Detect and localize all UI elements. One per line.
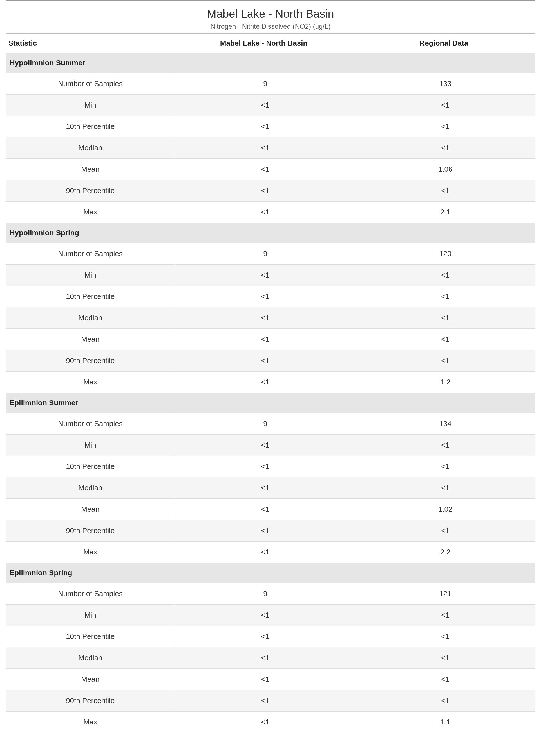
site-value: <1 [175, 159, 355, 180]
regional-value: <1 [355, 669, 535, 690]
stat-label: Max [6, 201, 175, 223]
page-subtitle: Nitrogen - Nitrite Dissolved (NO2) (ug/L… [6, 23, 535, 30]
table-header-row: Statistic Mabel Lake - North Basin Regio… [6, 34, 535, 53]
site-value: <1 [175, 95, 355, 116]
site-value: 9 [175, 243, 355, 264]
title-block: Mabel Lake - North Basin Nitrogen - Nitr… [6, 1, 535, 34]
site-value: <1 [175, 350, 355, 372]
col-header-regional: Regional Data [355, 34, 535, 53]
site-value: <1 [175, 456, 355, 477]
regional-value: <1 [355, 520, 535, 542]
table-row: Number of Samples9120 [6, 243, 535, 264]
section-title: Epilimnion Spring [6, 563, 535, 583]
site-value: 9 [175, 413, 355, 435]
stat-label: 90th Percentile [6, 690, 175, 711]
site-value: <1 [175, 201, 355, 223]
table-row: 10th Percentile<1<1 [6, 626, 535, 647]
site-value: <1 [175, 499, 355, 520]
table-row: Median<1<1 [6, 647, 535, 669]
table-row: 10th Percentile<1<1 [6, 456, 535, 477]
site-value: 9 [175, 73, 355, 95]
stat-label: Number of Samples [6, 73, 175, 95]
regional-value: <1 [355, 647, 535, 669]
site-value: <1 [175, 604, 355, 626]
regional-value: <1 [355, 690, 535, 711]
regional-value: <1 [355, 180, 535, 201]
site-value: <1 [175, 180, 355, 201]
regional-value: <1 [355, 477, 535, 499]
table-row: 90th Percentile<1<1 [6, 350, 535, 372]
regional-value: 1.06 [355, 159, 535, 180]
site-value: <1 [175, 137, 355, 159]
regional-value: <1 [355, 137, 535, 159]
table-row: Min<1<1 [6, 604, 535, 626]
regional-value: <1 [355, 286, 535, 307]
table-row: 90th Percentile<1<1 [6, 520, 535, 542]
stat-label: Min [6, 95, 175, 116]
table-row: Max<11.2 [6, 372, 535, 393]
stat-label: Median [6, 647, 175, 669]
regional-value: 1.02 [355, 499, 535, 520]
page-title: Mabel Lake - North Basin [6, 8, 535, 20]
regional-value: <1 [355, 626, 535, 647]
regional-value: <1 [355, 95, 535, 116]
table-row: Max<12.1 [6, 201, 535, 223]
stat-label: Min [6, 604, 175, 626]
site-value: <1 [175, 542, 355, 563]
stat-label: Median [6, 307, 175, 329]
table-row: Median<1<1 [6, 137, 535, 159]
stat-label: 10th Percentile [6, 286, 175, 307]
site-value: <1 [175, 329, 355, 350]
regional-value: <1 [355, 116, 535, 137]
regional-value: <1 [355, 435, 535, 456]
stat-label: Min [6, 435, 175, 456]
regional-value: <1 [355, 307, 535, 329]
table-row: Median<1<1 [6, 307, 535, 329]
stat-label: 90th Percentile [6, 350, 175, 372]
site-value: <1 [175, 520, 355, 542]
table-row: 90th Percentile<1<1 [6, 180, 535, 201]
section-title: Hypolimnion Spring [6, 223, 535, 243]
regional-value: 120 [355, 243, 535, 264]
table-row: Min<1<1 [6, 435, 535, 456]
site-value: <1 [175, 647, 355, 669]
stat-label: 90th Percentile [6, 180, 175, 201]
stat-label: Min [6, 264, 175, 286]
site-value: <1 [175, 264, 355, 286]
site-value: <1 [175, 711, 355, 733]
site-value: <1 [175, 116, 355, 137]
table-row: Number of Samples9134 [6, 413, 535, 435]
section-title: Hypolimnion Summer [6, 53, 535, 73]
regional-value: 1.1 [355, 711, 535, 733]
table-row: Min<1<1 [6, 264, 535, 286]
stat-label: 90th Percentile [6, 520, 175, 542]
table-row: Max<11.1 [6, 711, 535, 733]
site-value: <1 [175, 477, 355, 499]
stat-label: Number of Samples [6, 583, 175, 604]
regional-value: 1.2 [355, 372, 535, 393]
stat-label: Max [6, 372, 175, 393]
regional-value: <1 [355, 350, 535, 372]
stat-label: 10th Percentile [6, 626, 175, 647]
stat-label: Mean [6, 329, 175, 350]
stat-label: Max [6, 542, 175, 563]
table-row: Mean<1<1 [6, 329, 535, 350]
table-row: Min<1<1 [6, 95, 535, 116]
stat-label: 10th Percentile [6, 456, 175, 477]
section-header: Hypolimnion Summer [6, 53, 535, 73]
stat-label: Mean [6, 159, 175, 180]
site-value: 9 [175, 583, 355, 604]
section-header: Epilimnion Summer [6, 393, 535, 413]
site-value: <1 [175, 626, 355, 647]
section-header: Epilimnion Spring [6, 563, 535, 583]
site-value: <1 [175, 372, 355, 393]
col-header-statistic: Statistic [6, 34, 175, 53]
regional-value: 2.2 [355, 542, 535, 563]
section-header: Hypolimnion Spring [6, 223, 535, 243]
site-value: <1 [175, 435, 355, 456]
site-value: <1 [175, 307, 355, 329]
stat-label: 10th Percentile [6, 116, 175, 137]
regional-value: 134 [355, 413, 535, 435]
table-row: 10th Percentile<1<1 [6, 286, 535, 307]
table-row: 10th Percentile<1<1 [6, 116, 535, 137]
